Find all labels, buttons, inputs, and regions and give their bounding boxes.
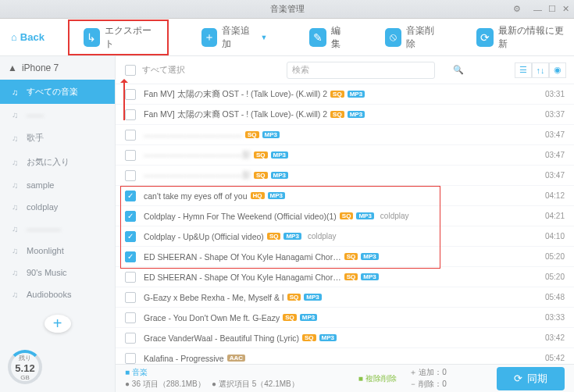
annotation-arrow [123, 80, 125, 120]
row-checkbox[interactable] [125, 130, 136, 141]
sidebar-item[interactable]: ♫すべての音楽 [0, 80, 115, 104]
track-row[interactable]: ED SHEERAN - Shape Of You Kyle Hanagami … [116, 267, 574, 287]
track-title: can't take my eyes off of you [144, 191, 248, 201]
main-area: ▲ iPhone 7 ♫すべての音楽♫——♫歌手♫お気に入り♫sample♫co… [0, 56, 574, 392]
quality-badge: SQ [344, 253, 358, 260]
row-checkbox[interactable] [125, 292, 136, 303]
add-music-button[interactable]: ＋ 音楽追加 ▼ [192, 24, 277, 51]
row-checkbox[interactable]: ✓ [125, 191, 136, 201]
track-duration: 05:20 [545, 252, 565, 261]
track-row[interactable]: ✓Coldplay - Hymn For The Weekend (Offici… [116, 206, 574, 226]
sidebar-item[interactable]: ♫sample [0, 174, 115, 196]
music-note-icon: ♫ [9, 202, 20, 212]
search-input[interactable]: 検索 [287, 62, 435, 79]
quality-badge: SQ [344, 273, 358, 280]
row-checkbox[interactable] [125, 170, 136, 181]
device-selector[interactable]: ▲ iPhone 7 [0, 56, 115, 80]
window-controls: — ☐ ✕ [533, 4, 569, 14]
music-note-icon: ♫ [9, 180, 20, 190]
gear-icon[interactable]: ⚙ [513, 4, 521, 14]
select-all-label: すべて選択 [142, 64, 185, 76]
format-badge: MP3 [271, 151, 288, 159]
track-row[interactable]: Grace VanderWaal - Beautiful Thing (Lyri… [116, 328, 574, 348]
sidebar-item[interactable]: ♫90's Music [0, 262, 115, 283]
row-checkbox[interactable] [125, 353, 136, 364]
refresh-button[interactable]: ⟳ 最新の情報に更新 [467, 24, 574, 51]
export-button[interactable]: ↳ エクスポート [74, 24, 162, 51]
track-title: ————————————梨 [144, 150, 251, 161]
track-row[interactable]: ————————————SQMP303:47 [116, 125, 574, 145]
track-row[interactable]: ————————————梨SQMP303:47 [116, 145, 574, 166]
view-refresh-button[interactable]: ◉ [549, 62, 566, 78]
track-row[interactable]: ✓Coldplay - Up&Up (Official video)SQMP3c… [116, 226, 574, 247]
track-row[interactable]: ————————————梨SQMP303:47 [116, 166, 574, 186]
delete-button[interactable]: ⦸ 音楽削除 [376, 24, 449, 51]
track-row[interactable]: Kalafina - ProgressiveAAC05:42 [116, 348, 574, 364]
quality-badge: SQ [254, 172, 268, 179]
sidebar-item-label: Audiobooks [27, 290, 72, 299]
quality-badge: SQ [330, 111, 344, 118]
delete-label: 音楽削除 [406, 24, 439, 51]
window-title: 音楽管理 [270, 3, 305, 15]
row-checkbox[interactable] [125, 333, 136, 344]
row-checkbox[interactable]: ✓ [125, 251, 136, 262]
track-duration: 04:21 [545, 212, 565, 220]
format-badge: MP3 [268, 192, 285, 199]
music-note-icon: ♫ [9, 224, 20, 233]
search-icon[interactable]: 🔍 [453, 65, 464, 75]
track-row[interactable]: G-Eazy x Bebe Rexha - Me, Myself & ISQMP… [116, 287, 574, 308]
sidebar-item[interactable]: ♫お気に入り [0, 150, 115, 174]
track-title: Grace VanderWaal - Beautiful Thing (Lyri… [144, 333, 299, 343]
format-badge: MP3 [304, 294, 321, 301]
track-duration: 04:10 [545, 232, 565, 241]
music-note-icon: ♫ [9, 158, 20, 167]
track-duration: 03:42 [545, 333, 565, 342]
sidebar-item-label: すべての音楽 [27, 86, 78, 98]
edit-button[interactable]: ✎ 編集 [300, 24, 356, 51]
sidebar-item[interactable]: ♫—— [0, 104, 115, 126]
sync-button[interactable]: ⟳ 同期 [497, 367, 565, 390]
row-checkbox[interactable] [125, 312, 136, 323]
track-row[interactable]: Fan MV] 太陽の末裔 OST - ! (Talk Love)- (K.wi… [116, 84, 574, 105]
track-duration: 03:47 [545, 151, 565, 159]
maximize-icon[interactable]: ☐ [548, 4, 556, 14]
view-sort-button[interactable]: ↑↓ [532, 62, 549, 78]
quality-badge: AAC [227, 355, 245, 362]
close-icon[interactable]: ✕ [562, 4, 569, 14]
track-row[interactable]: ✓ED SHEERAN - Shape Of You Kyle Hanagami… [116, 247, 574, 267]
track-row[interactable]: ✓can't take my eyes off of youHQMP304:12 [116, 186, 574, 206]
titlebar: 音楽管理 ⚙ — ☐ ✕ [0, 0, 574, 19]
row-checkbox[interactable] [125, 150, 136, 161]
format-badge: MP3 [262, 131, 280, 138]
track-row[interactable]: Grace - You Don't Own Me ft. G-EazySQMP3… [116, 308, 574, 328]
row-checkbox[interactable] [125, 272, 136, 283]
row-checkbox[interactable]: ✓ [125, 211, 136, 222]
edit-icon: ✎ [309, 28, 326, 47]
storage-unit: GB [20, 374, 30, 381]
quality-badge: SQ [287, 294, 301, 301]
music-note-icon: ♫ [9, 268, 20, 277]
view-list-button[interactable]: ☰ [515, 62, 532, 78]
row-checkbox[interactable] [125, 109, 136, 120]
track-duration: 03:47 [545, 130, 565, 139]
sidebar-item-label: 歌手 [27, 132, 44, 144]
row-checkbox[interactable]: ✓ [125, 231, 136, 242]
select-all-checkbox[interactable] [125, 65, 136, 76]
minimize-icon[interactable]: — [533, 5, 542, 14]
sidebar-item-label: sample [27, 180, 54, 190]
sidebar-item[interactable]: ♫———— [0, 218, 115, 240]
sidebar-item[interactable]: ♫歌手 [0, 126, 115, 150]
arrow-up-icon: ▲ [8, 62, 17, 73]
track-title: ED SHEERAN - Shape Of You Kyle Hanagami … [144, 273, 341, 282]
track-row[interactable]: Fan MV] 太陽の末裔 OST - ! (Talk Love)- (K.wi… [116, 105, 574, 125]
sidebar-item[interactable]: ♫Moonlight [0, 240, 115, 262]
export-highlight-box: ↳ エクスポート [68, 20, 169, 55]
back-button[interactable]: ⌂ Back [0, 31, 55, 43]
track-title: Fan MV] 太陽の末裔 OST - ! (Talk Love)- (K.wi… [144, 109, 327, 120]
row-checkbox[interactable] [125, 89, 136, 100]
sidebar-item[interactable]: ♫Audiobooks [0, 283, 115, 305]
add-playlist-button[interactable]: + [45, 315, 71, 333]
refresh-icon: ⟳ [476, 28, 493, 47]
sidebar-item[interactable]: ♫coldplay [0, 196, 115, 218]
list-header: すべて選択 検索 🔍 ☰ ↑↓ ◉ [116, 56, 574, 84]
